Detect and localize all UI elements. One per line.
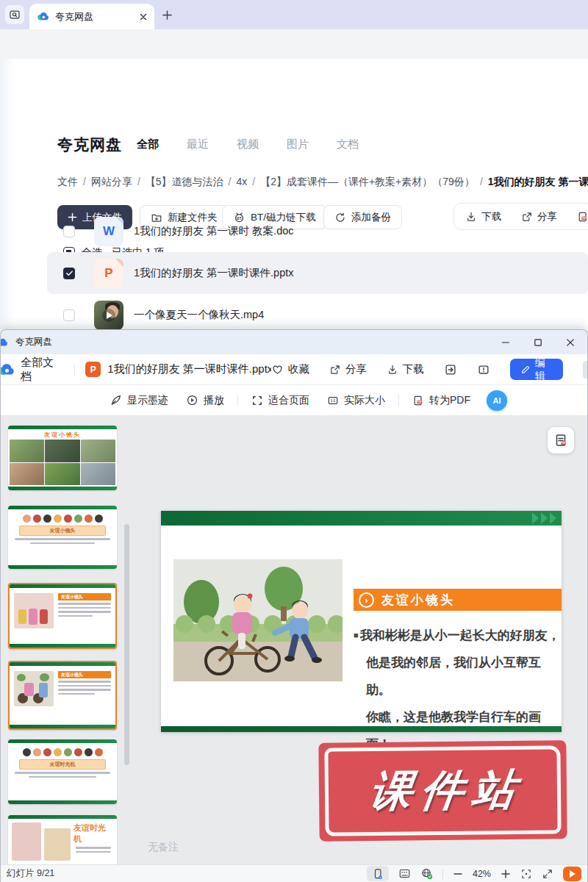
play-button[interactable]: 播放	[186, 394, 224, 407]
tab-recent[interactable]: 最近	[187, 137, 209, 151]
library-label[interactable]: 全部文档	[21, 356, 64, 384]
tab-search-button[interactable]	[5, 5, 24, 24]
browser-tab[interactable]: 夸克网盘	[29, 4, 154, 29]
actual-size-icon: 1:1	[327, 395, 339, 406]
thumb-green-bar	[8, 487, 117, 490]
thumb-green-bar	[8, 739, 117, 743]
tab-all[interactable]: 全部	[137, 137, 159, 151]
fit-page-label: 适合页面	[268, 394, 309, 407]
slide-thumbnail-4-current[interactable]: 友谊小镜头	[8, 661, 117, 730]
share-button[interactable]: 分享	[329, 362, 367, 376]
drive-logo: 夸克网盘	[57, 135, 122, 155]
breadcrumb-item[interactable]: 【2】成套课件—（课件+教案+素材）（79份）	[247, 176, 475, 187]
slide-thumbnail-1[interactable]: 友谊小镜头	[8, 426, 117, 490]
play-label: 播放	[204, 394, 224, 407]
feedback-button[interactable]	[477, 363, 490, 376]
slide-top-bar	[161, 511, 562, 526]
slide-section-title: 友谊小镜头	[381, 592, 455, 609]
pdf-float-button[interactable]: PDF	[548, 427, 574, 453]
show-ink-button[interactable]: 显示墨迹	[110, 394, 168, 407]
thumb-text-line	[15, 772, 110, 774]
convert-pdf-button[interactable]: PDF 转为PDF	[412, 394, 470, 407]
ppt-file-icon: P	[94, 259, 123, 288]
tab-image[interactable]: 图片	[287, 137, 309, 151]
pencil-icon	[520, 365, 531, 375]
thumb-photo-collage	[10, 440, 115, 485]
watermark-text: 课件站	[358, 761, 527, 820]
slide-counter: 幻灯片 9/21	[7, 867, 54, 880]
file-name[interactable]: 1我们的好朋友 第一课时课件.pptx	[134, 266, 294, 280]
drive-nav-tabs: 全部 最近 视频 图片 文档	[137, 137, 359, 151]
watermark-stamp: 课件站	[318, 740, 567, 842]
file-row-pptx[interactable]: P 1我们的好朋友 第一课时课件.pptx	[47, 252, 588, 294]
browser-toolbar	[0, 29, 588, 59]
video-thumbnail	[94, 301, 123, 330]
minimize-button[interactable]	[501, 337, 511, 348]
new-tab-button[interactable]	[159, 7, 175, 23]
language-globe-button[interactable]	[420, 867, 433, 880]
fit-page-button[interactable]: 适合页面	[251, 394, 309, 407]
thumb-green-bar	[10, 584, 115, 588]
pdf-convert-icon: PDF	[412, 395, 424, 406]
thumbnail-scrollbar[interactable]	[124, 524, 129, 765]
breadcrumb-item[interactable]: 网站分享	[78, 176, 132, 187]
thumb-green-bar	[8, 565, 117, 569]
tab-video[interactable]: 视频	[237, 137, 259, 151]
file-name[interactable]: 1我们的好朋友 第一课时 教案.doc	[134, 224, 294, 238]
convert-pdf-label: 转为PDF	[429, 394, 470, 407]
slide-thumbnail-2[interactable]: 友谊小镜头	[8, 506, 117, 569]
notes-panel-button[interactable]	[398, 868, 411, 879]
slide-thumbnail-3[interactable]: 友谊小镜头	[8, 583, 117, 649]
ai-assistant-button[interactable]: AI	[487, 390, 507, 411]
actual-size-label: 实际大小	[344, 394, 385, 407]
breadcrumb-item[interactable]: 文件	[57, 176, 78, 187]
file-row-doc[interactable]: W 1我们的好朋友 第一课时 教案.doc	[47, 210, 588, 252]
tab-title: 夸克网盘	[55, 10, 134, 24]
download-label: 下载	[403, 362, 424, 376]
slide-thumbnail-5[interactable]: 友谊时光机	[8, 739, 117, 804]
file-name[interactable]: 一个像夏天一个像秋天.mp4	[134, 308, 264, 322]
edit-label: 编辑	[535, 356, 553, 383]
thumb-title: 友谊小镜头	[8, 429, 117, 440]
fit-screen-button[interactable]	[520, 868, 532, 880]
save-to-drive-button[interactable]	[444, 363, 457, 376]
browser-tab-bar: 夸克网盘	[0, 0, 588, 29]
ink-quill-icon	[110, 394, 122, 406]
viewer-content: 友谊小镜头 友谊小镜头	[1, 416, 587, 865]
slide-thumbnail-6[interactable]: 友谊时光机	[8, 815, 117, 865]
thumb-green-bar	[10, 725, 115, 728]
window-titlebar[interactable]: 夸克网盘	[1, 330, 587, 354]
zoom-in-button[interactable]	[501, 869, 511, 879]
viewer-toolbar: 显示墨迹 播放 适合页面 1:1 实际大小 PDF 转为PDF AI	[1, 385, 587, 416]
breadcrumb-item[interactable]: 4x	[223, 176, 248, 187]
favorite-button[interactable]: 收藏	[271, 362, 309, 376]
edit-button[interactable]: 编辑	[510, 359, 563, 380]
row-checkbox[interactable]	[63, 226, 75, 237]
ppt-badge-letter: P	[104, 266, 112, 281]
fullscreen-button[interactable]	[542, 868, 553, 880]
row-checkbox-checked[interactable]	[63, 268, 75, 279]
thumb-orange-header: 友谊小镜头	[58, 671, 111, 678]
slideshow-play-button[interactable]	[563, 867, 581, 881]
svg-text:PDF: PDF	[561, 442, 566, 445]
thumb-title: 友谊时光机	[74, 822, 113, 845]
slide-section-banner: › 友谊小镜头	[354, 589, 562, 611]
breadcrumb-item[interactable]: 【5】道德与法治	[132, 176, 223, 187]
tab-document[interactable]: 文档	[337, 137, 359, 151]
mobile-preview-button[interactable]	[367, 866, 389, 881]
quark-cloud-icon	[0, 361, 15, 379]
close-button[interactable]	[565, 337, 576, 348]
zoom-out-button[interactable]	[453, 869, 463, 879]
breadcrumb: 文件网站分享【5】道德与法治4x【2】成套课件—（课件+教案+素材）（79份）1…	[57, 176, 588, 189]
zoom-level[interactable]: 42%	[473, 869, 491, 879]
notes-placeholder[interactable]: 无备注	[148, 841, 179, 854]
download-button[interactable]: 下载	[387, 362, 424, 376]
row-checkbox[interactable]	[63, 309, 75, 321]
thumb-kids-row	[8, 514, 117, 523]
thumb-green-bar	[10, 662, 115, 666]
tab-close-icon[interactable]	[140, 13, 147, 21]
actual-size-button[interactable]: 1:1 实际大小	[327, 394, 385, 407]
video-play-icon	[102, 309, 115, 322]
play-circle-icon	[186, 394, 198, 406]
maximize-button[interactable]	[533, 337, 543, 348]
